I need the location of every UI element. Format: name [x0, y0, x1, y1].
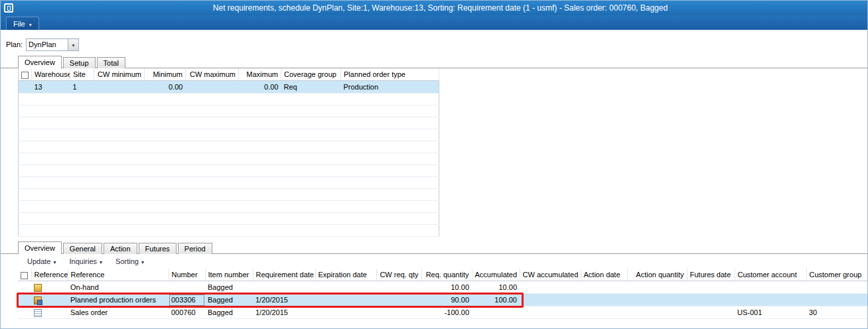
- plan-combobox-value[interactable]: DynPlan: [27, 39, 68, 50]
- cell-cw-accumulated[interactable]: [520, 281, 581, 294]
- col-action-date[interactable]: Action date: [581, 269, 627, 281]
- cell-action-date[interactable]: [581, 294, 627, 306]
- cell-customer-group[interactable]: 30: [806, 306, 867, 319]
- sorting-menu-button[interactable]: Sorting: [115, 257, 144, 265]
- col-item-number[interactable]: Item number: [205, 269, 253, 281]
- cell-customer-account[interactable]: US-001: [735, 306, 806, 319]
- cell-accumulated[interactable]: 100.00: [472, 294, 520, 306]
- col-cw-maximum[interactable]: CW maximum: [186, 68, 239, 81]
- cell-action-date[interactable]: [581, 281, 627, 294]
- empty-grid-row[interactable]: [19, 201, 439, 213]
- cell-item-number[interactable]: Bagged: [205, 306, 253, 319]
- cell-req-quantity[interactable]: 90.00: [421, 294, 472, 306]
- cell-customer-group[interactable]: [806, 281, 867, 294]
- cell-futures-date[interactable]: [687, 306, 735, 319]
- col-cw-minimum[interactable]: CW minimum: [94, 68, 145, 81]
- cell-futures-date[interactable]: [687, 294, 735, 306]
- cell-action-quantity[interactable]: [627, 306, 687, 319]
- tab-action[interactable]: Action: [104, 243, 137, 254]
- cell-site[interactable]: 1: [70, 81, 94, 94]
- cell-reference-icon[interactable]: [31, 294, 68, 306]
- col-customer-account[interactable]: Customer account: [735, 269, 806, 281]
- inquiries-menu-button[interactable]: Inquiries: [70, 257, 103, 265]
- col-requirement-date[interactable]: Requirement date: [253, 269, 315, 281]
- table-row-on-hand[interactable]: On-hand Bagged 10.00 10.00: [18, 281, 867, 294]
- tab-futures[interactable]: Futures: [139, 243, 177, 254]
- empty-grid-row[interactable]: [19, 189, 439, 201]
- row-checkbox-cell[interactable]: [18, 294, 31, 306]
- empty-grid-row[interactable]: [19, 177, 439, 189]
- cell-planned-order-type[interactable]: Production: [341, 81, 439, 94]
- cell-requirement-date[interactable]: 1/20/2015: [253, 306, 315, 319]
- cell-futures-date[interactable]: [687, 281, 735, 294]
- tab-setup[interactable]: Setup: [63, 57, 96, 68]
- row-checkbox-cell[interactable]: [19, 81, 32, 94]
- cell-reference[interactable]: Planned production orders: [68, 294, 169, 306]
- cell-number[interactable]: 003306: [169, 294, 205, 306]
- cell-customer-account[interactable]: [735, 281, 806, 294]
- cell-cw-req-qty[interactable]: [376, 281, 421, 294]
- plan-combobox-dropdown-button[interactable]: [68, 39, 78, 50]
- cell-cw-req-qty[interactable]: [376, 306, 421, 319]
- plan-combobox[interactable]: DynPlan: [26, 38, 79, 51]
- cell-customer-account[interactable]: [735, 294, 806, 306]
- cell-accumulated[interactable]: [472, 306, 520, 319]
- cell-action-date[interactable]: [581, 306, 627, 319]
- col-cw-req-qty[interactable]: CW req. qty: [376, 269, 421, 281]
- empty-grid-row[interactable]: [19, 105, 439, 117]
- cell-cw-maximum[interactable]: [186, 81, 239, 94]
- select-all-checkbox-header[interactable]: [19, 68, 32, 81]
- col-number[interactable]: Number: [169, 269, 205, 281]
- cell-cw-req-qty[interactable]: [376, 294, 421, 306]
- col-futures-date[interactable]: Futures date: [687, 269, 735, 281]
- empty-grid-row[interactable]: [19, 213, 439, 225]
- col-req-quantity[interactable]: Req. quantity: [421, 269, 472, 281]
- col-cw-accumulated[interactable]: CW accumulated: [520, 269, 581, 281]
- cell-number[interactable]: [169, 281, 205, 294]
- cell-customer-group[interactable]: [806, 294, 867, 306]
- tab-overview-top[interactable]: Overview: [18, 56, 62, 68]
- col-minimum[interactable]: Minimum: [145, 68, 186, 81]
- col-warehouse[interactable]: Warehouse: [32, 68, 70, 81]
- tab-total[interactable]: Total: [97, 57, 125, 68]
- row-checkbox-cell[interactable]: [18, 281, 31, 294]
- file-menu-button[interactable]: File: [6, 17, 39, 30]
- cell-number[interactable]: 000760: [169, 306, 205, 319]
- update-menu-button[interactable]: Update: [27, 257, 56, 265]
- cell-req-quantity[interactable]: -100.00: [421, 306, 472, 319]
- cell-cw-accumulated[interactable]: [520, 294, 581, 306]
- col-site[interactable]: Site: [70, 68, 94, 81]
- cell-action-quantity[interactable]: [627, 294, 687, 306]
- cell-reference-icon[interactable]: [31, 281, 68, 294]
- coverage-grid-row[interactable]: 13 1 0.00 0.00 Req Production: [19, 81, 439, 94]
- cell-reference[interactable]: Sales order: [68, 306, 169, 319]
- cell-requirement-date[interactable]: [253, 281, 315, 294]
- cell-expiration-date[interactable]: [315, 306, 376, 319]
- col-planned-order-type[interactable]: Planned order type: [341, 68, 439, 81]
- col-reference-icon[interactable]: Reference: [31, 269, 68, 281]
- tab-general[interactable]: General: [63, 243, 102, 254]
- cell-cw-accumulated[interactable]: [520, 306, 581, 319]
- cell-maximum[interactable]: 0.00: [239, 81, 281, 94]
- cell-reference[interactable]: On-hand: [68, 281, 169, 294]
- cell-expiration-date[interactable]: [315, 294, 376, 306]
- col-maximum[interactable]: Maximum: [239, 68, 281, 81]
- col-customer-group[interactable]: Customer group: [806, 269, 867, 281]
- cell-req-quantity[interactable]: 10.00: [421, 281, 472, 294]
- tab-period[interactable]: Period: [178, 243, 212, 254]
- empty-grid-row[interactable]: [19, 225, 439, 237]
- col-accumulated[interactable]: Accumulated: [472, 269, 520, 281]
- cell-reference-icon[interactable]: [31, 306, 68, 319]
- select-all-checkbox-header[interactable]: [18, 269, 31, 281]
- table-row-planned-production-orders[interactable]: Planned production orders 003306 Bagged …: [18, 294, 867, 306]
- table-row-sales-order[interactable]: Sales order 000760 Bagged 1/20/2015 -100…: [18, 306, 867, 319]
- empty-grid-row[interactable]: [19, 129, 439, 141]
- cell-accumulated[interactable]: 10.00: [472, 281, 520, 294]
- cell-warehouse[interactable]: 13: [32, 81, 70, 94]
- empty-grid-row[interactable]: [19, 153, 439, 165]
- cell-action-quantity[interactable]: [627, 281, 687, 294]
- tab-overview-bottom[interactable]: Overview: [18, 241, 62, 254]
- cell-cw-minimum[interactable]: [94, 81, 145, 94]
- col-reference[interactable]: Reference: [68, 269, 169, 281]
- col-coverage-group[interactable]: Coverage group: [281, 68, 341, 81]
